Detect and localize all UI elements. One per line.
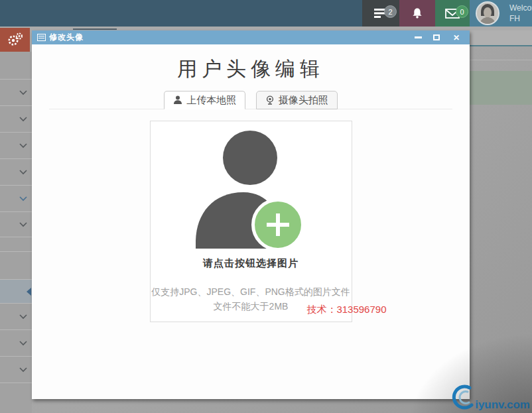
webcam-icon: [265, 95, 275, 105]
background-separator: [470, 60, 532, 60]
sidebar: [0, 52, 32, 413]
chevron-down-icon: [19, 143, 27, 148]
watermark: 运维网 iyunv.com: [450, 383, 530, 412]
welcome-text: Welcome FH: [509, 3, 532, 24]
messages-button[interactable]: 2: [362, 0, 399, 27]
hint-size: 文件不能大于2MB: [214, 301, 289, 312]
mail-button[interactable]: 0: [435, 0, 470, 27]
background-row: [470, 30, 532, 45]
sidebar-row[interactable]: [0, 304, 32, 330]
add-photo-button[interactable]: [251, 198, 304, 251]
page-title: 用户头像编辑: [32, 44, 470, 83]
avatar-photo: [477, 3, 498, 24]
top-header: 2 0 Welco: [0, 0, 532, 27]
watermark-site-name: 运维网: [475, 386, 530, 398]
chevron-down-icon: [19, 117, 27, 122]
sidebar-row[interactable]: [0, 330, 32, 357]
background-divider: [470, 45, 532, 46]
welcome-label: Welcome: [509, 3, 532, 13]
background-page: [470, 30, 532, 399]
gears-icon: [7, 32, 24, 48]
chevron-down-icon: [19, 367, 27, 373]
upload-prompt: 请点击按钮选择图片: [151, 257, 352, 270]
chevron-down-icon: [19, 170, 27, 175]
user-menu[interactable]: Welcome FH: [470, 0, 532, 27]
bell-icon: [411, 7, 424, 20]
avatar-edit-dialog: 修改头像 ✕ 用户头像编辑 上传本地照: [32, 30, 470, 399]
sidebar-row[interactable]: [0, 159, 32, 186]
messages-badge: 2: [384, 5, 397, 18]
upload-dropzone: 请点击按钮选择图片 仅支持JPG、JPEG、GIF、PNG格式的图片文件 文件不…: [150, 121, 352, 322]
watermark-domain: iyunv.com: [475, 398, 530, 412]
chevron-down-icon: [19, 90, 27, 95]
background-highlight-row: [470, 71, 532, 105]
watermark-text: 运维网 iyunv.com: [475, 386, 530, 412]
chevron-down-icon: [19, 222, 27, 227]
minimize-button[interactable]: [411, 30, 425, 44]
chevron-down-icon: [19, 314, 27, 320]
sidebar-row[interactable]: [0, 52, 32, 80]
window-icon: [37, 34, 46, 41]
tab-camera-capture[interactable]: 摄像头拍照: [256, 91, 338, 109]
tab-label: 摄像头拍照: [279, 94, 328, 107]
avatar-placeholder-illustration: [174, 131, 327, 253]
chevron-down-icon: [19, 341, 27, 346]
maximize-icon: [433, 34, 440, 40]
sidebar-row-active[interactable]: [0, 280, 32, 304]
person-icon: [173, 95, 182, 105]
tab-bar: 上传本地照 摄像头拍照: [32, 91, 470, 109]
tab-upload-local[interactable]: 上传本地照: [164, 91, 245, 109]
screen: 2 0 Welco: [0, 0, 532, 413]
iyunv-logo-icon: [450, 383, 474, 412]
tab-label: 上传本地照: [186, 94, 236, 107]
dialog-titlebar[interactable]: 修改头像 ✕: [32, 30, 470, 44]
sidebar-row[interactable]: [0, 237, 32, 252]
dialog-title: 修改头像: [49, 32, 84, 43]
hint-formats: 仅支持JPG、JPEG、GIF、PNG格式的图片文件: [151, 286, 350, 297]
collapse-arrow-icon: [27, 288, 31, 296]
minimize-icon: [415, 36, 422, 38]
close-button[interactable]: ✕: [450, 30, 463, 44]
sidebar-row[interactable]: [0, 186, 32, 212]
username-label: FH: [509, 14, 520, 23]
sidebar-row[interactable]: [0, 212, 32, 237]
mail-badge: 0: [456, 5, 468, 18]
sidebar-row[interactable]: [0, 133, 32, 159]
notifications-button[interactable]: [399, 0, 435, 27]
sidebar-row[interactable]: [0, 252, 32, 280]
sidebar-row[interactable]: [0, 106, 32, 133]
background-tab-indicator: [73, 29, 117, 30]
dialog-body: 用户头像编辑 上传本地照 摄像头拍照: [32, 44, 470, 399]
settings-button[interactable]: [0, 28, 30, 52]
sidebar-row[interactable]: [0, 357, 32, 383]
sidebar-row[interactable]: [0, 80, 32, 106]
user-avatar: [476, 1, 499, 25]
chevron-down-icon: [19, 196, 27, 202]
tech-contact: 技术：313596790: [306, 304, 386, 316]
maximize-button[interactable]: [430, 30, 443, 44]
